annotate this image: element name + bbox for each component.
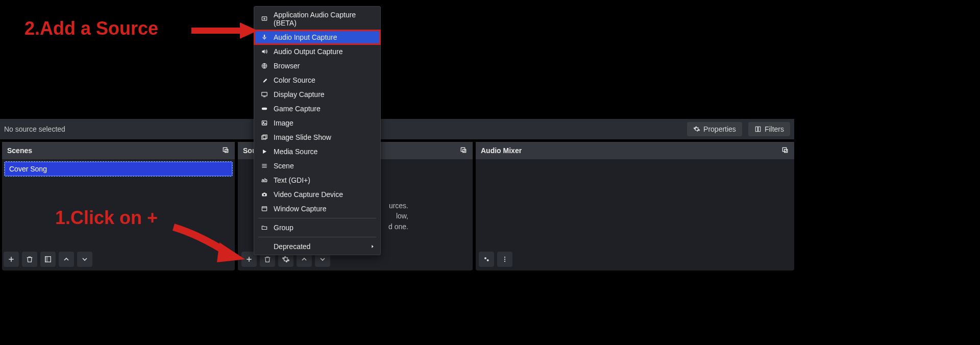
audio-mixer-title: Audio Mixer: [481, 146, 522, 155]
add-scene-button[interactable]: [4, 252, 19, 267]
filters-icon: [754, 126, 762, 133]
menu-item-color-source[interactable]: Color Source: [254, 73, 380, 87]
camera-icon: [260, 190, 268, 199]
dock-icon[interactable]: [781, 146, 789, 156]
image-icon: [260, 119, 268, 127]
menu-item-label: Display Capture: [274, 90, 325, 98]
menu-item-label: Text (GDI+): [274, 176, 310, 184]
mixer-toolbar: [479, 252, 512, 267]
move-scene-down-button[interactable]: [77, 252, 92, 267]
menu-item-deprecated[interactable]: Deprecated: [254, 239, 380, 254]
scenes-panel-header: Scenes: [2, 142, 235, 159]
menu-item-scene[interactable]: Scene: [254, 159, 380, 173]
menu-item-browser[interactable]: Browser: [254, 59, 380, 73]
menu-item-display-capture[interactable]: Display Capture: [254, 87, 380, 102]
svg-point-14: [484, 257, 486, 259]
svg-rect-7: [785, 149, 788, 152]
app-audio-icon: [260, 15, 268, 23]
menu-separator: [258, 237, 376, 237]
svg-point-20: [264, 18, 265, 19]
brush-icon: [260, 76, 268, 84]
move-scene-up-button[interactable]: [59, 252, 74, 267]
svg-rect-0: [755, 127, 757, 131]
menu-item-game-capture[interactable]: Game Capture: [254, 102, 380, 116]
svg-rect-28: [262, 136, 266, 139]
globe-icon: [260, 62, 268, 70]
svg-point-35: [263, 194, 265, 196]
filters-label: Filters: [765, 125, 784, 133]
menu-separator: [258, 218, 376, 218]
menu-item-label: Window Capture: [274, 205, 327, 213]
add-source-context-menu: Application Audio Capture (BETA) Audio I…: [254, 6, 381, 255]
svg-rect-26: [262, 121, 266, 125]
scenes-toolbar: [4, 252, 92, 267]
advanced-audio-button[interactable]: [479, 252, 494, 267]
svg-marker-39: [372, 245, 373, 248]
menu-item-window-capture[interactable]: Window Capture: [254, 202, 380, 216]
slideshow-icon: [260, 133, 268, 141]
play-icon: [260, 147, 268, 156]
svg-marker-30: [263, 150, 266, 154]
menu-item-label: Image Slide Show: [274, 133, 331, 141]
remove-scene-button[interactable]: [22, 252, 37, 267]
scene-item-label: Cover Song: [9, 165, 47, 173]
menu-item-label: Video Capture Device: [274, 190, 343, 199]
menu-item-label: Browser: [274, 62, 300, 70]
svg-point-18: [504, 261, 505, 262]
filters-button[interactable]: Filters: [748, 122, 790, 136]
window-icon: [260, 205, 268, 213]
svg-rect-5: [463, 149, 466, 152]
menu-item-video-capture-device[interactable]: Video Capture Device: [254, 187, 380, 202]
chevron-right-icon: [370, 242, 375, 251]
speaker-icon: [260, 47, 268, 56]
svg-rect-37: [262, 207, 266, 211]
svg-rect-21: [264, 35, 265, 38]
folder-icon: [260, 224, 268, 232]
scene-filter-button[interactable]: [40, 252, 56, 267]
svg-rect-3: [225, 149, 228, 152]
scenes-title: Scenes: [7, 146, 32, 155]
menu-item-label: Application Audio Capture (BETA): [274, 11, 374, 27]
gear-icon: [693, 126, 700, 133]
menu-item-label: Image: [274, 119, 293, 127]
menu-item-audio-output-capture[interactable]: Audio Output Capture: [254, 44, 380, 59]
scene-icon: [260, 162, 268, 170]
menu-item-label: Game Capture: [274, 105, 321, 113]
menu-item-image[interactable]: Image: [254, 116, 380, 130]
menu-item-audio-input-capture[interactable]: Audio Input Capture: [254, 30, 380, 44]
status-bar: No source selected Properties Filters: [0, 119, 794, 139]
menu-item-label: Audio Output Capture: [274, 47, 342, 56]
menu-item-label: Audio Input Capture: [274, 33, 337, 41]
svg-point-17: [504, 259, 505, 260]
audio-mixer-header: Audio Mixer: [476, 142, 794, 159]
properties-button[interactable]: Properties: [687, 122, 742, 136]
svg-rect-1: [758, 127, 760, 131]
menu-item-app-audio-capture[interactable]: Application Audio Capture (BETA): [254, 8, 380, 30]
menu-item-label: Group: [274, 224, 293, 232]
menu-item-label: Media Source: [274, 147, 317, 156]
svg-rect-25: [262, 108, 267, 110]
svg-rect-11: [45, 257, 48, 262]
svg-rect-23: [262, 92, 267, 96]
menu-item-text-gdi[interactable]: ab Text (GDI+): [254, 173, 380, 187]
audio-mixer-panel: Audio Mixer: [476, 142, 794, 270]
svg-point-15: [487, 259, 489, 261]
menu-item-media-source[interactable]: Media Source: [254, 144, 380, 159]
properties-label: Properties: [703, 125, 736, 133]
dock-icon[interactable]: [222, 146, 230, 156]
dock-icon[interactable]: [459, 146, 468, 156]
menu-item-image-slide-show[interactable]: Image Slide Show: [254, 130, 380, 144]
display-icon: [260, 90, 268, 98]
menu-item-label: Scene: [274, 162, 294, 170]
gamepad-icon: [260, 105, 268, 113]
menu-item-group[interactable]: Group: [254, 220, 380, 235]
menu-item-label: Color Source: [274, 76, 315, 84]
svg-rect-29: [263, 135, 267, 138]
svg-point-16: [504, 257, 505, 258]
svg-rect-19: [262, 17, 266, 20]
mic-icon: [260, 33, 268, 41]
menu-item-label: Deprecated: [274, 242, 310, 251]
annotation-step-2: 2.Add a Source: [24, 18, 158, 39]
scene-item[interactable]: Cover Song: [5, 162, 232, 176]
mixer-menu-button[interactable]: [497, 252, 512, 267]
